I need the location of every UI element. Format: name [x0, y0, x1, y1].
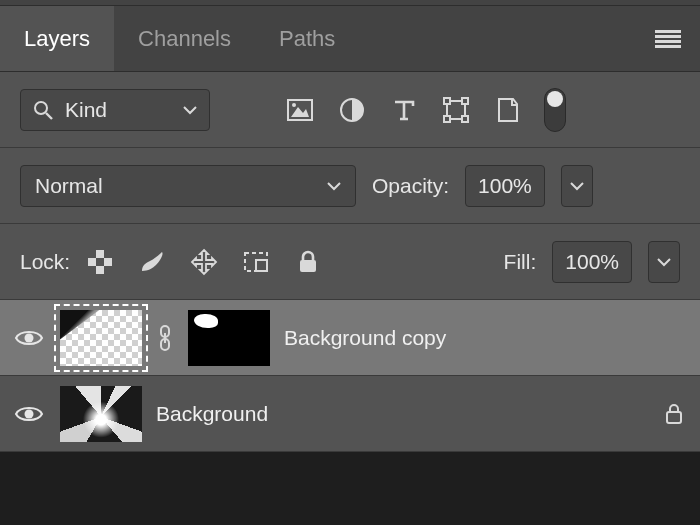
svg-rect-12	[88, 250, 96, 258]
switch-knob	[547, 91, 563, 107]
lock-all-icon[interactable]	[294, 248, 322, 276]
menu-icon	[655, 30, 681, 48]
fill-value: 100%	[565, 250, 619, 274]
fill-value-input[interactable]: 100%	[552, 241, 632, 283]
eye-icon	[14, 404, 44, 424]
layers-panel: Layers Channels Paths Kind	[0, 0, 700, 452]
svg-rect-15	[88, 266, 96, 274]
eye-icon	[14, 328, 44, 348]
layer-name[interactable]: Background copy	[284, 326, 446, 350]
visibility-toggle[interactable]	[12, 328, 46, 348]
layers-list: Background copy Background	[0, 300, 700, 452]
svg-rect-13	[104, 250, 112, 258]
layer-thumbnail[interactable]	[60, 310, 142, 366]
chevron-down-icon	[183, 105, 197, 115]
chevron-down-icon	[327, 181, 341, 191]
kind-label: Kind	[65, 98, 107, 122]
svg-line-1	[46, 113, 52, 119]
blend-row: Normal Opacity: 100%	[0, 148, 700, 224]
layer-lock-icon[interactable]	[664, 403, 684, 425]
link-icon[interactable]	[156, 325, 174, 351]
fill-stepper[interactable]	[648, 241, 680, 283]
kind-dropdown[interactable]: Kind	[20, 89, 210, 131]
svg-rect-18	[256, 260, 267, 271]
svg-rect-16	[104, 266, 112, 274]
layer-mask-thumbnail[interactable]	[188, 310, 270, 366]
chevron-down-icon	[570, 181, 584, 191]
adjustment-filter-icon[interactable]	[338, 96, 366, 124]
opacity-label[interactable]: Opacity:	[372, 174, 449, 198]
svg-point-24	[25, 409, 34, 418]
lock-paint-icon[interactable]	[138, 248, 166, 276]
opacity-value: 100%	[478, 174, 532, 198]
tabs-spacer	[359, 6, 636, 71]
layer-name[interactable]: Background	[156, 402, 268, 426]
lock-artboard-icon[interactable]	[242, 248, 270, 276]
opacity-value-input[interactable]: 100%	[465, 165, 545, 207]
type-filter-icon[interactable]	[390, 96, 418, 124]
lock-label: Lock:	[20, 250, 70, 274]
svg-point-20	[25, 333, 34, 342]
lock-transparency-icon[interactable]	[86, 248, 114, 276]
lock-icons	[86, 248, 322, 276]
tab-label: Channels	[138, 26, 231, 52]
thumbnail-content	[60, 310, 100, 340]
blend-mode-value: Normal	[35, 174, 103, 198]
tab-paths[interactable]: Paths	[255, 6, 359, 71]
smartobject-filter-icon[interactable]	[494, 96, 522, 124]
filter-row: Kind	[0, 72, 700, 148]
svg-marker-3	[291, 107, 309, 117]
tab-label: Paths	[279, 26, 335, 52]
blend-mode-dropdown[interactable]: Normal	[20, 165, 356, 207]
tab-label: Layers	[24, 26, 90, 52]
shape-filter-icon[interactable]	[442, 96, 470, 124]
layer-row[interactable]: Background	[0, 376, 700, 452]
svg-rect-14	[96, 258, 104, 266]
svg-rect-9	[444, 116, 450, 122]
tab-layers[interactable]: Layers	[0, 6, 114, 71]
tab-channels[interactable]: Channels	[114, 6, 255, 71]
lock-row: Lock: Fill:	[0, 224, 700, 300]
image-filter-icon[interactable]	[286, 96, 314, 124]
opacity-stepper[interactable]	[561, 165, 593, 207]
svg-rect-8	[462, 98, 468, 104]
visibility-toggle[interactable]	[12, 404, 46, 424]
lock-move-icon[interactable]	[190, 248, 218, 276]
chevron-down-icon	[657, 257, 671, 267]
svg-point-0	[35, 102, 47, 114]
svg-rect-7	[444, 98, 450, 104]
svg-point-4	[292, 103, 296, 107]
panel-tabs: Layers Channels Paths	[0, 6, 700, 72]
layer-row[interactable]: Background copy	[0, 300, 700, 376]
filter-toggle-switch[interactable]	[544, 88, 566, 132]
layer-thumbnail[interactable]	[60, 386, 142, 442]
panel-menu-button[interactable]	[636, 6, 700, 71]
search-icon	[33, 100, 53, 120]
fill-label[interactable]: Fill:	[504, 250, 537, 274]
filter-type-icons	[286, 96, 522, 124]
svg-rect-19	[300, 260, 316, 272]
svg-rect-25	[667, 412, 681, 423]
svg-rect-10	[462, 116, 468, 122]
